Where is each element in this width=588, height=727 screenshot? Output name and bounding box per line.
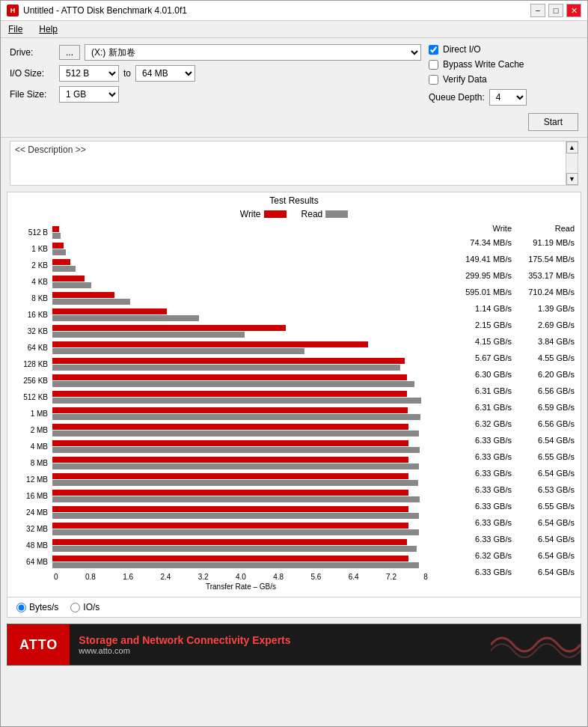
read-cell: 175.54 MB/s xyxy=(515,255,575,264)
bar-read xyxy=(52,365,400,371)
write-cell: 6.33 GB/s xyxy=(452,436,512,445)
menu-bar: File Help xyxy=(1,21,587,38)
bar-group xyxy=(52,259,428,272)
bar-write xyxy=(52,424,408,430)
bar-write xyxy=(52,292,114,298)
read-cell: 3.84 GB/s xyxy=(515,337,575,346)
menu-file[interactable]: File xyxy=(4,22,27,36)
close-button[interactable]: ✕ xyxy=(566,4,581,17)
bar-group xyxy=(52,440,428,453)
bar-group xyxy=(52,424,428,436)
bar-write xyxy=(52,457,408,463)
chart-bar-row: 24 MB xyxy=(13,504,428,520)
x-axis-label: 4.0 xyxy=(236,573,246,581)
bar-label: 24 MB xyxy=(13,508,51,517)
bar-read xyxy=(52,398,421,404)
chart-bar-row: 32 KB xyxy=(13,323,428,339)
bottom-section: Bytes/s IO/s xyxy=(7,597,581,617)
read-cell: 91.19 MB/s xyxy=(515,238,575,247)
write-legend-color xyxy=(264,210,287,218)
chart-bar-row: 2 KB xyxy=(13,257,428,273)
x-axis-label: 4.8 xyxy=(273,573,284,581)
read-cell: 6.54 GB/s xyxy=(515,436,575,445)
write-legend: Write xyxy=(240,209,287,219)
bar-read xyxy=(52,546,417,552)
bar-group xyxy=(52,506,428,519)
bar-label: 256 KB xyxy=(13,377,51,385)
read-legend-color xyxy=(325,210,348,218)
bar-write xyxy=(52,440,408,446)
chart-bar-row: 4 MB xyxy=(13,438,428,454)
bar-read xyxy=(52,282,91,288)
file-size-select[interactable]: 1 GB xyxy=(59,86,119,103)
drive-browse-button[interactable]: ... xyxy=(59,45,80,60)
read-cell: 6.54 GB/s xyxy=(515,568,575,577)
scroll-up-arrow[interactable]: ▲ xyxy=(566,142,578,153)
footer-text-area: Storage and Network Connectivity Experts… xyxy=(70,631,491,658)
write-cell: 595.01 MB/s xyxy=(452,288,512,296)
verify-data-checkbox[interactable] xyxy=(429,75,438,85)
description-box: << Description >> ▲ ▼ xyxy=(10,141,578,186)
x-axis-title: Transfer Rate – GB/s xyxy=(13,582,428,594)
read-cell: 6.56 GB/s xyxy=(515,419,575,428)
io-size-row: I/O Size: 512 B to 64 MB xyxy=(10,65,421,82)
bar-read xyxy=(52,414,420,420)
table-row: 6.31 GB/s6.56 GB/s xyxy=(437,383,575,399)
description-scrollbar[interactable]: ▲ ▼ xyxy=(566,142,578,185)
write-cell: 2.15 GB/s xyxy=(452,320,512,329)
read-cell: 6.55 GB/s xyxy=(515,452,575,461)
read-col-header: Read xyxy=(515,224,575,233)
bar-group xyxy=(52,391,428,404)
bar-read xyxy=(52,431,419,436)
queue-depth-select[interactable]: 4 xyxy=(489,89,527,106)
chart-bar-row: 256 KB xyxy=(13,372,428,389)
io-to-select[interactable]: 64 MB xyxy=(135,65,195,82)
chart-bar-row: 32 MB xyxy=(13,520,428,537)
maximize-button[interactable]: □ xyxy=(548,4,563,17)
io-s-radio[interactable] xyxy=(70,603,80,612)
write-cell: 6.30 GB/s xyxy=(452,370,512,379)
read-cell: 6.53 GB/s xyxy=(515,485,575,494)
bytes-s-radio[interactable] xyxy=(16,603,26,612)
x-axis-labels: 00.81.62.43.24.04.85.66.47.28 xyxy=(54,573,428,581)
bar-read xyxy=(52,266,76,272)
bar-write xyxy=(52,556,408,562)
drive-select[interactable]: (X:) 新加卷 xyxy=(85,44,421,61)
bytes-s-radio-item: Bytes/s xyxy=(16,602,58,612)
read-cell: 710.24 MB/s xyxy=(515,288,575,296)
table-row: 6.32 GB/s6.54 GB/s xyxy=(437,547,575,564)
table-row: 5.67 GB/s4.55 GB/s xyxy=(437,350,575,366)
direct-io-checkbox[interactable] xyxy=(429,45,438,55)
menu-help[interactable]: Help xyxy=(34,22,62,36)
write-cell: 6.33 GB/s xyxy=(452,502,512,511)
bar-group xyxy=(52,325,428,338)
bypass-write-cache-checkbox[interactable] xyxy=(429,60,438,70)
bar-label: 4 KB xyxy=(13,278,51,286)
table-row: 6.33 GB/s6.55 GB/s xyxy=(437,448,575,465)
table-row: 74.34 MB/s91.19 MB/s xyxy=(437,234,575,251)
bar-read xyxy=(52,529,419,535)
bar-write xyxy=(52,490,408,496)
bar-write xyxy=(52,358,405,364)
io-from-select[interactable]: 512 B xyxy=(59,65,119,82)
write-cell: 6.33 GB/s xyxy=(452,535,512,544)
drive-row: Drive: ... (X:) 新加卷 xyxy=(10,44,421,61)
chart-bar-row: 8 KB xyxy=(13,290,428,306)
chart-bar-row: 4 KB xyxy=(13,273,428,290)
chart-bar-row: 8 MB xyxy=(13,454,428,471)
x-axis-label: 8 xyxy=(423,573,428,581)
bypass-write-cache-row: Bypass Write Cache xyxy=(429,59,578,70)
x-axis-label: 5.6 xyxy=(311,573,322,581)
bypass-write-cache-label: Bypass Write Cache xyxy=(443,59,524,70)
results-body: 512 B1 KB2 KB4 KB8 KB16 KB32 KB64 KB128 … xyxy=(7,221,581,597)
write-cell: 6.33 GB/s xyxy=(452,568,512,577)
bar-label: 64 MB xyxy=(13,558,51,566)
bar-read xyxy=(52,348,304,354)
start-button[interactable]: Start xyxy=(528,113,578,131)
direct-io-label: Direct I/O xyxy=(443,44,481,55)
x-axis-label: 0.8 xyxy=(85,573,96,581)
bar-write xyxy=(52,391,407,397)
scroll-down-arrow[interactable]: ▼ xyxy=(566,173,578,185)
minimize-button[interactable]: − xyxy=(530,4,545,17)
bar-group xyxy=(52,490,428,502)
